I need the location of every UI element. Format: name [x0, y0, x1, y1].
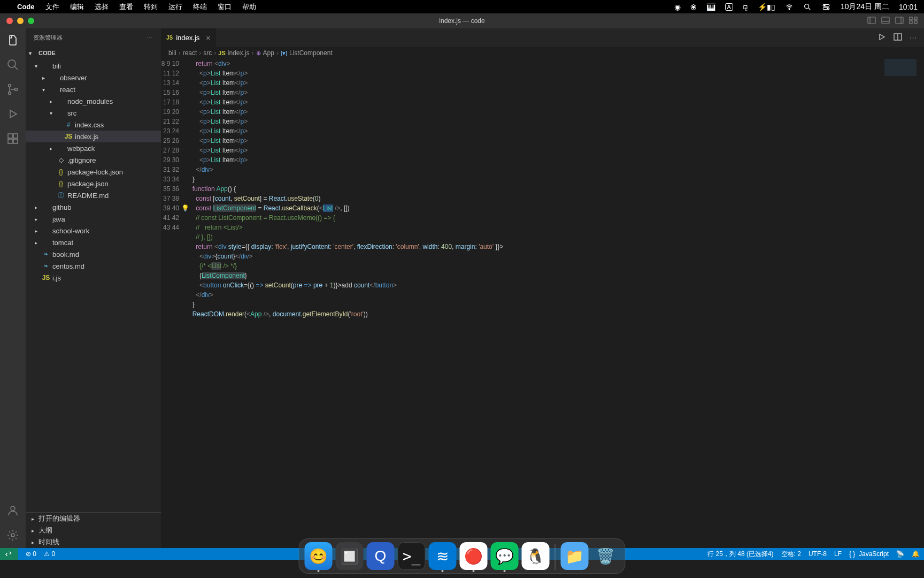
file-tree[interactable]: ▾bili▸observer▾react▸node_modules▾src#in… — [26, 59, 161, 512]
tree-item-package.json[interactable]: {}package.json — [26, 178, 161, 189]
tree-item-package-lock.json[interactable]: {}package-lock.json — [26, 166, 161, 178]
dock-finder[interactable]: 😊 — [305, 542, 333, 570]
menu-select[interactable]: 选择 — [95, 2, 109, 12]
menu-window[interactable]: 窗口 — [218, 2, 232, 12]
layout-primary-icon[interactable] — [867, 16, 876, 26]
bc-1[interactable]: react — [183, 49, 197, 57]
status-errors[interactable]: ⊘ 0 — [26, 550, 36, 558]
timeline-section[interactable]: ▸时间线 — [26, 536, 161, 548]
code-view[interactable]: return <div> <p>List Item</p> <p>List It… — [189, 59, 924, 548]
layout-custom-icon[interactable] — [909, 16, 918, 26]
dock-trash[interactable]: 🗑️ — [592, 542, 620, 570]
debug-icon[interactable] — [6, 108, 19, 120]
record-icon[interactable]: ◉ — [674, 3, 681, 11]
sidebar-more-icon[interactable]: ⋯ — [147, 34, 153, 41]
bc-5[interactable]: ListComponent — [289, 49, 333, 57]
layout-panel-icon[interactable] — [881, 16, 890, 26]
explorer-icon[interactable] — [6, 34, 19, 47]
status-bell-icon[interactable]: 🔔 — [912, 550, 920, 558]
source-control-icon[interactable] — [6, 83, 19, 96]
minimap[interactable] — [884, 59, 917, 102]
status-encoding[interactable]: UTF-8 — [808, 550, 827, 558]
tree-item-observer[interactable]: ▸observer — [26, 72, 161, 83]
svg-point-5 — [827, 7, 828, 9]
status-feedback-icon[interactable]: 📡 — [896, 550, 904, 558]
tree-item-centos.md[interactable]: ❧centos.md — [26, 260, 161, 272]
tree-item-index.css[interactable]: #index.css — [26, 119, 161, 131]
tree-item-tomcat[interactable]: ▸tomcat — [26, 237, 161, 248]
bc-2[interactable]: src — [203, 49, 212, 57]
open-editors-section[interactable]: ▸打开的编辑器 — [26, 513, 161, 524]
status-lang[interactable]: { } JavaScript — [849, 550, 889, 558]
dock-qq[interactable]: 🐧 — [522, 542, 550, 570]
dock-folder[interactable]: 📁 — [561, 542, 589, 570]
wifi-icon[interactable] — [785, 3, 794, 11]
editor-more-icon[interactable]: ⋯ — [910, 34, 917, 42]
project-root[interactable]: ▾ CODE — [26, 47, 161, 59]
bc-0[interactable]: bili — [168, 49, 176, 57]
code-editor[interactable]: 8 9 10 11 12 13 14 15 16 17 18 19 20 21 … — [161, 59, 924, 548]
svg-rect-7 — [882, 17, 889, 24]
tree-item-i.js[interactable]: JSi.js — [26, 272, 161, 284]
menu-terminal[interactable]: 终端 — [193, 2, 207, 12]
bc-fn-icon: ⊕ — [256, 50, 261, 57]
status-spaces[interactable]: 空格: 2 — [781, 550, 801, 559]
status-cursor[interactable]: 行 25，列 48 (已选择4) — [707, 550, 773, 559]
tree-item-github[interactable]: ▸github — [26, 201, 161, 213]
dock-terminal[interactable]: >_ — [398, 542, 426, 570]
settings-icon[interactable] — [6, 529, 19, 542]
tree-item-java[interactable]: ▸java — [26, 213, 161, 225]
input-icon[interactable]: A — [725, 3, 733, 11]
tree-item-book.md[interactable]: ❧book.md — [26, 248, 161, 260]
bc-3[interactable]: index.js — [228, 49, 250, 57]
tree-item-webpack[interactable]: ▸webpack — [26, 142, 161, 154]
svg-point-14 — [9, 85, 11, 87]
status-warnings[interactable]: ⚠ 0 — [44, 550, 55, 558]
control-center-icon[interactable] — [821, 3, 831, 11]
tree-item-bili[interactable]: ▾bili — [26, 60, 161, 72]
tree-item-.gitignore[interactable]: ◇.gitignore — [26, 154, 161, 166]
dock-launchpad[interactable]: 🔲 — [336, 542, 364, 570]
battery-icon[interactable]: ⚡▮▯ — [758, 3, 775, 11]
dock-wechat[interactable]: 💬 — [491, 542, 519, 570]
menu-view[interactable]: 查看 — [119, 2, 133, 12]
bc-4[interactable]: App — [263, 49, 274, 57]
account-icon[interactable] — [6, 504, 19, 517]
tools-icon[interactable]: 🎹 — [706, 3, 715, 11]
split-editor-icon[interactable] — [894, 33, 902, 43]
tree-item-node_modules[interactable]: ▸node_modules — [26, 95, 161, 107]
macos-menubar: Code 文件 编辑 选择 查看 转到 运行 终端 窗口 帮助 ◉ ❀ 🎹 A … — [0, 0, 924, 13]
dock-quicktime[interactable]: Q — [367, 542, 395, 570]
tree-item-react[interactable]: ▾react — [26, 83, 161, 95]
search-icon[interactable] — [803, 3, 812, 11]
menu-help[interactable]: 帮助 — [242, 2, 256, 12]
status-eol[interactable]: LF — [834, 550, 842, 558]
menu-goto[interactable]: 转到 — [144, 2, 158, 12]
close-tab-icon[interactable]: × — [206, 34, 210, 42]
tree-item-index.js[interactable]: JSindex.js — [26, 131, 161, 142]
extensions-icon[interactable] — [6, 132, 19, 145]
dock-chrome[interactable]: 🔴 — [460, 542, 488, 570]
app-name[interactable]: Code — [17, 3, 35, 11]
tree-item-src[interactable]: ▾src — [26, 107, 161, 119]
menubar-date[interactable]: 10月24日 周二 — [841, 2, 889, 12]
close-window-button[interactable] — [6, 18, 13, 24]
menu-file[interactable]: 文件 — [45, 2, 59, 12]
tab-indexjs[interactable]: JS index.js × — [161, 28, 217, 47]
wechat-tray-icon[interactable]: ❀ — [690, 3, 697, 11]
search-activity-icon[interactable] — [6, 58, 19, 71]
layout-secondary-icon[interactable] — [895, 16, 904, 26]
outline-section[interactable]: ▸大纲 — [26, 524, 161, 536]
minimize-window-button[interactable] — [17, 18, 24, 24]
menu-run[interactable]: 运行 — [168, 2, 182, 12]
menu-edit[interactable]: 编辑 — [70, 2, 84, 12]
tree-item-school-work[interactable]: ▸school-work — [26, 225, 161, 237]
breadcrumb[interactable]: bili› react› src› JS index.js› ⊕ App› [▾… — [161, 47, 924, 59]
menubar-time[interactable]: 10:01 — [899, 3, 918, 11]
bluetooth-icon[interactable]: ⚼ — [743, 2, 748, 11]
maximize-window-button[interactable] — [28, 18, 34, 24]
remote-button[interactable] — [0, 548, 18, 560]
dock-vscode[interactable]: ≋ — [429, 542, 457, 570]
run-icon[interactable] — [877, 33, 886, 43]
tree-item-README.md[interactable]: ⓘREADME.md — [26, 189, 161, 201]
